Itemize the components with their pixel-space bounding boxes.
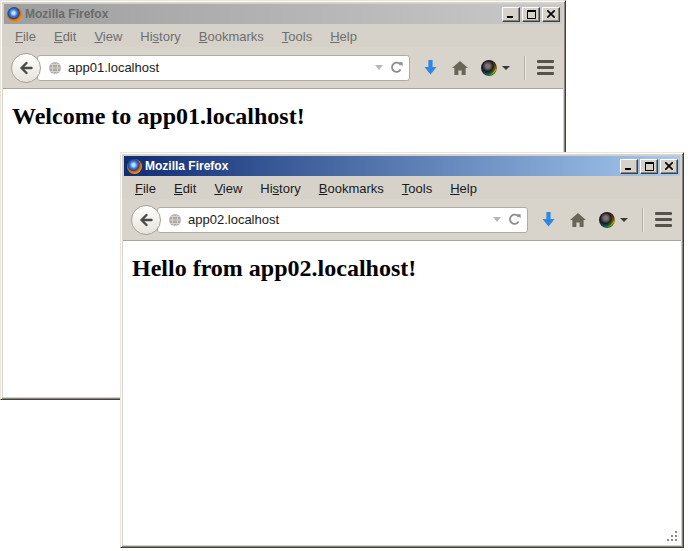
hamburger-menu-icon bbox=[655, 212, 672, 227]
home-button[interactable] bbox=[569, 204, 587, 236]
menu-button[interactable] bbox=[537, 52, 554, 84]
home-icon bbox=[451, 60, 469, 76]
page-heading: Hello from app02.localhost! bbox=[132, 255, 681, 282]
menu-item-history[interactable]: History bbox=[131, 27, 189, 46]
firefox-icon bbox=[127, 159, 142, 174]
minimize-button[interactable] bbox=[620, 159, 638, 174]
maximize-icon bbox=[645, 162, 654, 171]
toolbar-separator bbox=[524, 56, 525, 80]
maximize-button[interactable] bbox=[640, 159, 658, 174]
addon-sphere-icon bbox=[481, 60, 497, 76]
titlebar[interactable]: Mozilla Firefox bbox=[4, 4, 562, 24]
page-content: Hello from app02.localhost! bbox=[123, 241, 681, 545]
titlebar[interactable]: Mozilla Firefox bbox=[124, 156, 680, 176]
url-text: app02.localhost bbox=[188, 212, 487, 227]
back-button[interactable] bbox=[11, 53, 41, 83]
minimize-button[interactable] bbox=[502, 7, 520, 22]
menu-item-help[interactable]: Help bbox=[321, 27, 366, 46]
urlbar-dropdown-icon[interactable] bbox=[493, 217, 501, 222]
url-text: app01.localhost bbox=[68, 60, 369, 75]
addon-sphere-button[interactable] bbox=[481, 52, 510, 84]
hamburger-menu-icon bbox=[537, 60, 554, 75]
download-icon bbox=[422, 59, 439, 77]
browser-window-app02: Mozilla Firefox FileEditViewHistoryBookm… bbox=[120, 152, 684, 548]
download-button[interactable] bbox=[422, 52, 439, 84]
menu-item-tools[interactable]: Tools bbox=[273, 27, 321, 46]
menu-item-tools[interactable]: Tools bbox=[393, 179, 441, 198]
navigation-toolbar: app02.localhost bbox=[123, 199, 681, 241]
menubar: FileEditViewHistoryBookmarksToolsHelp bbox=[3, 25, 563, 47]
minimize-icon bbox=[625, 162, 633, 170]
download-button[interactable] bbox=[540, 204, 557, 236]
home-button[interactable] bbox=[451, 52, 469, 84]
menu-item-history[interactable]: History bbox=[251, 179, 309, 198]
menu-item-file[interactable]: File bbox=[126, 179, 165, 198]
close-button[interactable] bbox=[542, 7, 560, 22]
menu-item-edit[interactable]: Edit bbox=[45, 27, 85, 46]
addon-sphere-icon bbox=[599, 212, 615, 228]
addon-dropdown-icon bbox=[620, 218, 628, 222]
firefox-icon bbox=[7, 7, 22, 22]
menu-button[interactable] bbox=[655, 204, 672, 236]
minimize-icon bbox=[507, 10, 515, 18]
navigation-toolbar: app01.localhost bbox=[3, 47, 563, 89]
menu-item-bookmarks[interactable]: Bookmarks bbox=[310, 179, 393, 198]
menu-item-view[interactable]: View bbox=[85, 27, 131, 46]
menu-item-help[interactable]: Help bbox=[441, 179, 486, 198]
menubar: FileEditViewHistoryBookmarksToolsHelp bbox=[123, 177, 681, 199]
home-icon bbox=[569, 212, 587, 228]
resize-grip[interactable] bbox=[666, 530, 679, 543]
window-title: Mozilla Firefox bbox=[145, 159, 617, 173]
menu-item-view[interactable]: View bbox=[205, 179, 251, 198]
back-icon bbox=[138, 212, 154, 228]
back-icon bbox=[18, 60, 34, 76]
site-globe-icon bbox=[48, 61, 62, 75]
urlbar-dropdown-icon[interactable] bbox=[375, 65, 383, 70]
maximize-button[interactable] bbox=[522, 7, 540, 22]
addon-dropdown-icon bbox=[502, 66, 510, 70]
window-title: Mozilla Firefox bbox=[25, 7, 499, 21]
page-heading: Welcome to app01.localhost! bbox=[12, 103, 563, 130]
reload-button[interactable] bbox=[389, 60, 404, 75]
window-controls bbox=[620, 159, 678, 174]
site-globe-icon bbox=[168, 213, 182, 227]
back-button[interactable] bbox=[131, 205, 161, 235]
reload-button[interactable] bbox=[507, 212, 522, 227]
window-controls bbox=[502, 7, 560, 22]
maximize-icon bbox=[527, 10, 536, 19]
url-bar[interactable]: app01.localhost bbox=[37, 55, 410, 81]
addon-sphere-button[interactable] bbox=[599, 204, 628, 236]
menu-item-edit[interactable]: Edit bbox=[165, 179, 205, 198]
download-icon bbox=[540, 211, 557, 229]
close-button[interactable] bbox=[660, 159, 678, 174]
menu-item-file[interactable]: File bbox=[6, 27, 45, 46]
url-bar[interactable]: app02.localhost bbox=[157, 207, 528, 233]
toolbar-separator bbox=[642, 208, 643, 232]
close-icon bbox=[665, 162, 673, 170]
menu-item-bookmarks[interactable]: Bookmarks bbox=[190, 27, 273, 46]
desktop: Mozilla Firefox FileEditViewHistoryBookm… bbox=[0, 0, 688, 551]
close-icon bbox=[547, 10, 555, 18]
